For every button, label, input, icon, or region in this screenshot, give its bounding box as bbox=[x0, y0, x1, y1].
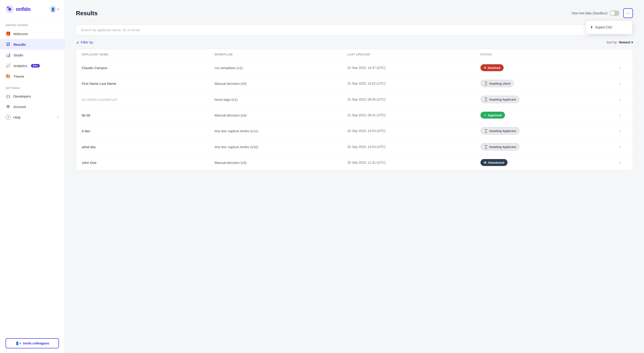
cell-arrow-5[interactable]: › bbox=[613, 144, 627, 149]
cell-status-3: ✓ Approved bbox=[480, 112, 614, 119]
cell-status-2: ⏳ Awaiting Applicant bbox=[480, 96, 614, 103]
sidebar-item-developers-label: Developers bbox=[14, 94, 31, 98]
svg-point-3 bbox=[7, 6, 9, 8]
header-actions: View test data (Sandbox) ⋯ ⬆ Export CSV bbox=[571, 8, 633, 18]
sidebar-item-account[interactable]: ⚙ Account bbox=[0, 101, 64, 112]
cell-applicant-name-6: John Doe bbox=[82, 161, 215, 165]
cell-workflow-2: Nuno-tags (v1) bbox=[215, 97, 348, 101]
filter-by-button[interactable]: ⊿ Filter by bbox=[76, 40, 93, 44]
sandbox-toggle[interactable] bbox=[610, 10, 620, 16]
status-icon-0: ✕ bbox=[484, 66, 486, 70]
search-input-wrap: 🔍 bbox=[76, 24, 633, 35]
cell-date-3: 21 Sep 2023, 09:31 (UTC) bbox=[348, 113, 480, 117]
table-row[interactable]: John Doe Manual decision (v3) 20 Sep 202… bbox=[76, 155, 633, 170]
table-row[interactable]: d das test doc capture Andre (v11) 20 Se… bbox=[76, 123, 633, 139]
status-label-0: Declined bbox=[488, 66, 500, 70]
status-label-6: Abandoned bbox=[488, 161, 504, 164]
status-icon-6: ⊘ bbox=[484, 161, 486, 164]
cell-arrow-2[interactable]: › bbox=[613, 97, 627, 102]
sort-value-text: Newest bbox=[619, 40, 630, 44]
status-icon-2: ⏳ bbox=[484, 97, 488, 101]
account-icon: ⚙ bbox=[6, 104, 11, 109]
more-options-button[interactable]: ⋯ ⬆ Export CSV bbox=[623, 8, 633, 18]
filter-icon: ⊿ bbox=[76, 40, 79, 44]
studio-nav: 🎁 Welcome ☑ Results 📊 Studio 📈 Analytics… bbox=[0, 28, 64, 82]
invite-label: Invite colleagues bbox=[23, 342, 49, 345]
sort-value[interactable]: Newest ▾ bbox=[619, 40, 633, 44]
sidebar-header: onfido 👤 ▾ bbox=[0, 0, 64, 19]
cell-arrow-1[interactable]: › bbox=[613, 81, 627, 86]
sidebar-item-welcome[interactable]: 🎁 Welcome bbox=[0, 28, 64, 39]
table-row[interactable]: No details provided yet Nuno-tags (v1) 2… bbox=[76, 91, 633, 107]
user-avatar[interactable]: 👤 ▾ bbox=[49, 5, 59, 13]
status-badge-0: ✕ Declined bbox=[480, 64, 504, 71]
theme-icon: 🎨 bbox=[6, 74, 11, 79]
search-container: 🔍 bbox=[76, 24, 633, 35]
sidebar-item-results[interactable]: ☑ Results bbox=[0, 39, 64, 50]
search-input[interactable] bbox=[76, 24, 633, 35]
status-badge-6: ⊘ Abandoned bbox=[480, 159, 508, 166]
analytics-icon: 📈 bbox=[6, 63, 11, 68]
table-row[interactable]: adsd das test doc capture Andre (v10) 20… bbox=[76, 139, 633, 155]
results-icon: ☑ bbox=[6, 42, 11, 47]
export-csv-button[interactable]: ⬆ Export CSV bbox=[586, 23, 632, 32]
sidebar-item-theme[interactable]: 🎨 Theme bbox=[0, 71, 64, 82]
cell-applicant-name-2: No details provided yet bbox=[82, 97, 215, 101]
settings-section-label: SETTINGS bbox=[0, 82, 64, 91]
col-last-updated: LAST UPDATED bbox=[348, 53, 480, 56]
welcome-icon: 🎁 bbox=[6, 31, 11, 36]
logo-area: onfido bbox=[6, 5, 30, 13]
export-csv-label: Export CSV bbox=[596, 25, 612, 29]
table-row[interactable]: Claudio Campos ccc templates (v1) 22 Sep… bbox=[76, 60, 633, 76]
export-dropdown: ⬆ Export CSV bbox=[586, 21, 632, 34]
table-body: Claudio Campos ccc templates (v1) 22 Sep… bbox=[76, 60, 633, 170]
cell-arrow-3[interactable]: › bbox=[613, 113, 627, 118]
cell-date-4: 20 Sep 2023, 14:53 (UTC) bbox=[348, 129, 480, 133]
sidebar-item-help[interactable]: ? Help ↗ bbox=[0, 112, 64, 122]
sidebar-item-studio[interactable]: 📊 Studio bbox=[0, 50, 64, 60]
sort-label: Sort by: bbox=[606, 40, 618, 44]
invite-colleagues-button[interactable]: 👤+ Invite colleagues bbox=[6, 338, 59, 348]
cell-status-4: ⏳ Awaiting Applicant bbox=[480, 127, 614, 135]
help-icon: ? bbox=[6, 115, 11, 120]
cell-status-5: ⏳ Awaiting Applicant bbox=[480, 143, 614, 150]
cell-arrow-0[interactable]: › bbox=[613, 65, 627, 70]
sidebar-item-developers[interactable]: {} Developers bbox=[0, 91, 64, 101]
invite-icon: 👤+ bbox=[15, 342, 21, 345]
cell-arrow-6[interactable]: › bbox=[613, 160, 627, 165]
cell-date-1: 21 Sep 2023, 14:52 (UTC) bbox=[348, 82, 480, 85]
cell-applicant-name-4: d das bbox=[82, 129, 215, 133]
cell-date-5: 20 Sep 2023, 14:53 (UTC) bbox=[348, 145, 480, 149]
settings-nav: {} Developers ⚙ Account ? Help ↗ bbox=[0, 91, 64, 122]
sandbox-label: View test data (Sandbox) bbox=[571, 11, 608, 15]
filter-label: Filter by bbox=[81, 40, 93, 44]
avatar-chevron: ▾ bbox=[58, 8, 59, 11]
cell-date-6: 20 Sep 2023, 11:31 (UTC) bbox=[348, 161, 480, 164]
status-label-3: Approved bbox=[488, 113, 502, 117]
table-row[interactable]: First Name Last Name Manual decision (v5… bbox=[76, 76, 633, 91]
status-icon-1: ⏳ bbox=[484, 82, 488, 85]
cell-date-0: 22 Sep 2023, 14:37 (UTC) bbox=[348, 66, 480, 70]
sort-chevron-icon: ▾ bbox=[631, 40, 633, 44]
avatar-icon: 👤 bbox=[49, 5, 57, 13]
studio-icon: 📊 bbox=[6, 52, 11, 57]
table-row[interactable]: tttt tttt Manual decision (v4) 21 Sep 20… bbox=[76, 107, 633, 123]
cell-workflow-4: test doc capture Andre (v11) bbox=[215, 129, 348, 133]
cell-arrow-4[interactable]: › bbox=[613, 128, 627, 133]
status-icon-3: ✓ bbox=[484, 113, 486, 117]
filter-sort-row: ⊿ Filter by Sort by: Newest ▾ bbox=[76, 40, 633, 44]
cell-workflow-5: test doc capture Andre (v10) bbox=[215, 145, 348, 149]
cell-workflow-1: Manual decision (v5) bbox=[215, 82, 348, 85]
col-workflow: WORKFLOW bbox=[215, 53, 348, 56]
sandbox-toggle-area: View test data (Sandbox) bbox=[571, 10, 620, 16]
sidebar-item-analytics[interactable]: 📈 Analytics Beta bbox=[0, 60, 64, 71]
cell-workflow-6: Manual decision (v3) bbox=[215, 161, 348, 165]
sidebar-item-analytics-label: Analytics bbox=[14, 64, 27, 68]
cell-applicant-name-5: adsd das bbox=[82, 145, 215, 149]
status-label-1: Awaiting client bbox=[489, 82, 510, 85]
external-link-icon: ↗ bbox=[56, 116, 59, 119]
sidebar-item-account-label: Account bbox=[14, 105, 26, 109]
svg-point-2 bbox=[8, 8, 11, 10]
logo-text: onfido bbox=[16, 6, 30, 12]
cell-applicant-name-1: First Name Last Name bbox=[82, 82, 215, 85]
